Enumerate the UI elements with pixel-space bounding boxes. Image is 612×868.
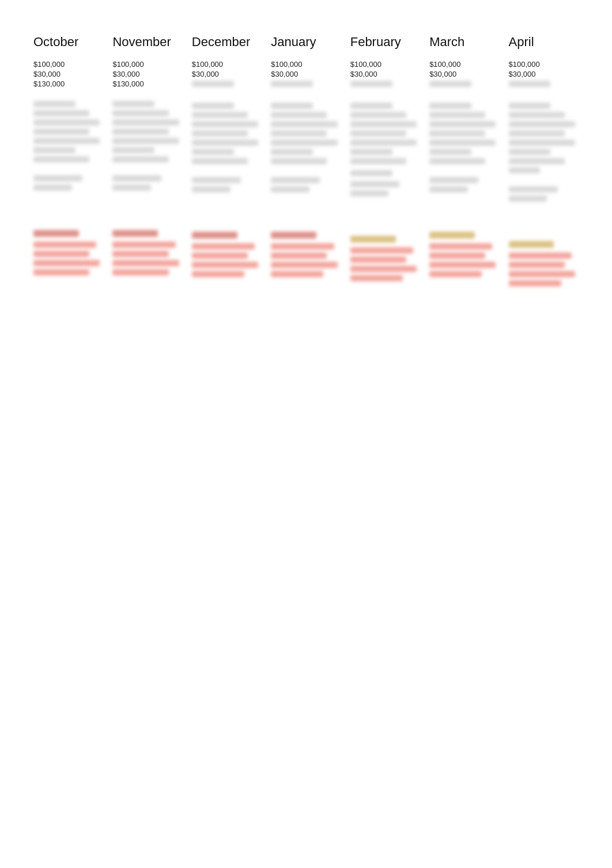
primary-values-october: $100,000 $30,000 $130,000	[33, 60, 103, 88]
val-mar-2: $30,000	[429, 70, 499, 78]
blurred-nov	[112, 101, 182, 163]
val-dec-2: $30,000	[192, 70, 262, 78]
summary-nov	[112, 175, 182, 191]
month-label-november: November	[112, 35, 182, 50]
main-grid: October $100,000 $30,000 $130,000	[29, 35, 583, 289]
col-november: November $100,000 $30,000 $130,000	[108, 35, 187, 289]
val-feb-2: $30,000	[350, 70, 420, 78]
val-nov-1: $100,000	[112, 60, 182, 69]
col-january: January $100,000 $30,000	[266, 35, 345, 289]
val-jan-2: $30,000	[271, 70, 341, 78]
val-feb-1: $100,000	[350, 60, 420, 69]
blurred-dec	[192, 103, 262, 164]
blurred-jan	[271, 103, 341, 164]
primary-values-march: $100,000 $30,000	[429, 60, 499, 90]
blurred-mar	[429, 103, 499, 164]
val-oct-1: $100,000	[33, 60, 103, 69]
blurred-feb	[350, 103, 420, 164]
primary-values-november: $100,000 $30,000 $130,000	[112, 60, 182, 88]
red-section-oct	[33, 230, 103, 276]
val-jan-1: $100,000	[271, 60, 341, 69]
blurred-apr	[509, 103, 579, 173]
red-section-nov	[112, 230, 182, 276]
month-label-october: October	[33, 35, 103, 50]
month-label-december: December	[192, 35, 262, 50]
val-mar-1: $100,000	[429, 60, 499, 69]
month-label-march: March	[429, 35, 499, 50]
val-nov-3: $130,000	[112, 80, 182, 88]
val-oct-2: $30,000	[33, 70, 103, 78]
red-section-apr	[509, 241, 579, 286]
val-nov-2: $30,000	[112, 70, 182, 78]
red-section-jan	[271, 232, 341, 277]
primary-values-february: $100,000 $30,000	[350, 60, 420, 90]
val-apr-2: $30,000	[509, 70, 579, 78]
summary-apr	[509, 186, 579, 202]
red-section-dec	[192, 232, 262, 277]
col-april: April $100,000 $30,000	[504, 35, 583, 289]
summary-mar	[429, 177, 499, 193]
month-label-february: February	[350, 35, 420, 50]
col-december: December $100,000 $30,000	[187, 35, 266, 289]
red-section-mar	[429, 232, 499, 277]
summary-dec	[192, 177, 262, 193]
summary-jan	[271, 177, 341, 193]
red-section-feb	[350, 236, 420, 281]
val-apr-1: $100,000	[509, 60, 579, 69]
month-label-april: April	[509, 35, 579, 50]
primary-values-april: $100,000 $30,000	[509, 60, 579, 90]
col-october: October $100,000 $30,000 $130,000	[29, 35, 108, 289]
val-oct-3: $130,000	[33, 80, 103, 88]
col-march: March $100,000 $30,000	[425, 35, 504, 289]
summary-feb	[350, 181, 420, 197]
month-label-january: January	[271, 35, 341, 50]
primary-values-december: $100,000 $30,000	[192, 60, 262, 90]
col-february: February $100,000 $30,000	[346, 35, 425, 289]
primary-values-january: $100,000 $30,000	[271, 60, 341, 90]
val-dec-1: $100,000	[192, 60, 262, 69]
blurred-oct	[33, 101, 103, 163]
summary-oct	[33, 175, 103, 191]
